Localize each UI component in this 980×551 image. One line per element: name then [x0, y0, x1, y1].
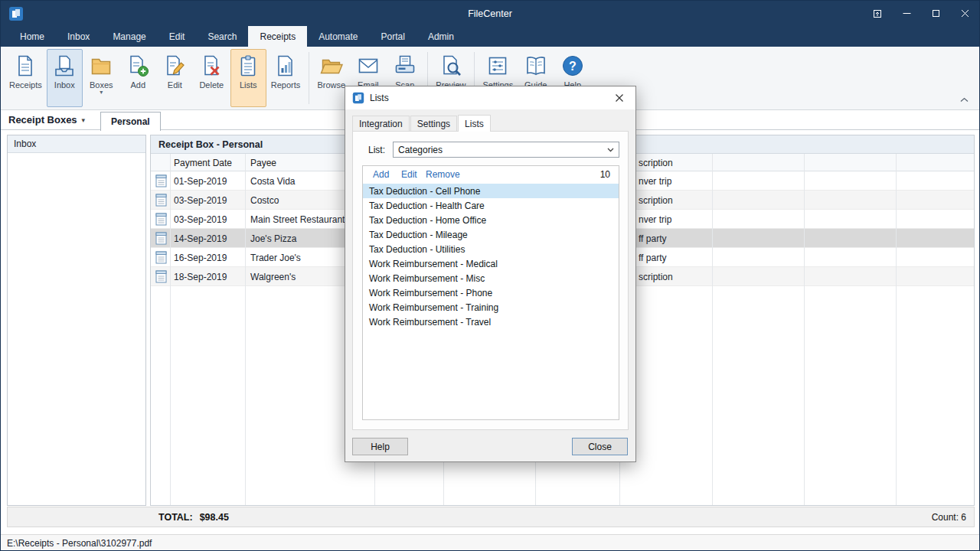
column-header-payment-date[interactable]: Payment Date: [174, 158, 232, 168]
statusbar: E:\Receipts - Personal\3102977.pdf: [1, 534, 979, 551]
cell-description-fragment: scription: [639, 195, 673, 206]
minimize-icon: [903, 9, 911, 18]
list-select-value: Categories: [398, 145, 443, 155]
list-select[interactable]: Categories: [393, 142, 619, 158]
fullscreen-icon: [873, 9, 882, 18]
tab-lists[interactable]: Lists: [458, 115, 491, 132]
menu-admin[interactable]: Admin: [416, 26, 466, 47]
minimize-button[interactable]: [892, 1, 921, 26]
maximize-icon: [932, 9, 940, 18]
category-listbox: Add Edit Remove 10 Tax Deduction - Cell …: [362, 165, 619, 420]
receipt-row-icon: [155, 174, 167, 187]
cell-payee: Walgreen's: [250, 272, 296, 282]
ribbon-button-inbox[interactable]: Inbox: [47, 49, 83, 107]
list-item-selected[interactable]: Tax Deduction - Cell Phone: [363, 184, 619, 198]
cell-description-fragment: scription: [639, 272, 673, 282]
menu-automate[interactable]: Automate: [307, 26, 369, 47]
ribbon-label: Edit: [168, 80, 182, 90]
list-item[interactable]: Work Reimbursement - Travel: [363, 315, 619, 329]
column-header-payee[interactable]: Payee: [250, 158, 276, 168]
cell-payment-date: 16-Sep-2019: [174, 253, 227, 263]
fullscreen-button[interactable]: [863, 1, 892, 26]
cell-payment-date: 01-Sep-2019: [174, 176, 227, 187]
menu-manage[interactable]: Manage: [101, 26, 157, 47]
window-title: FileCenter: [468, 8, 512, 19]
ribbon-button-edit[interactable]: Edit: [157, 49, 193, 107]
tab-integration[interactable]: Integration: [352, 116, 410, 131]
ribbon-button-reports[interactable]: Reports: [267, 49, 305, 107]
close-dialog-button[interactable]: Close: [572, 438, 628, 455]
list-item[interactable]: Work Reimbursement - Misc: [363, 271, 619, 285]
list-item[interactable]: Work Reimbursement - Phone: [363, 285, 619, 300]
ribbon-button-lists[interactable]: Lists: [230, 49, 266, 107]
ribbon-label: Reports: [271, 80, 301, 90]
edit-link[interactable]: Edit: [401, 169, 417, 180]
menu-receipts[interactable]: Receipts: [248, 26, 307, 47]
inbox-panel-header: Inbox: [8, 135, 145, 153]
cell-payee: Costco: [250, 195, 279, 206]
titlebar: FileCenter: [1, 1, 979, 26]
ribbon-label: Browse: [317, 80, 345, 90]
tab-settings[interactable]: Settings: [410, 116, 457, 131]
menu-home[interactable]: Home: [8, 26, 56, 47]
receipt-row-icon: [155, 232, 167, 245]
dropdown-caret-icon: ▾: [100, 90, 103, 95]
tab-personal[interactable]: Personal: [100, 112, 161, 131]
receipt-row-icon: [155, 270, 167, 283]
menu-search[interactable]: Search: [196, 26, 248, 47]
app-window: FileCenter Home Inbox Manage Edit Search…: [0, 0, 980, 551]
maximize-button[interactable]: [921, 1, 950, 26]
ribbon-label: Add: [131, 80, 146, 90]
remove-link[interactable]: Remove: [426, 169, 460, 180]
window-controls: [863, 1, 979, 26]
cell-payment-date: 03-Sep-2019: [174, 195, 227, 206]
item-count: 10: [600, 169, 610, 180]
close-button[interactable]: [950, 1, 979, 26]
dropdown-caret-icon: ▾: [82, 116, 86, 124]
current-file-path: E:\Receipts - Personal\3102977.pdf: [7, 538, 152, 549]
edit-icon: [162, 54, 187, 78]
dialog-title: Lists: [370, 93, 389, 103]
lists-dialog: Lists Integration Settings Lists List: C…: [345, 86, 636, 462]
list-label: List:: [368, 145, 385, 155]
collapse-ribbon-icon: [960, 97, 969, 103]
dialog-close-button[interactable]: [603, 86, 635, 109]
cell-payment-date: 18-Sep-2019: [174, 272, 227, 282]
close-icon: [961, 9, 969, 18]
boxes-icon: [89, 54, 113, 78]
help-button[interactable]: Help: [352, 438, 408, 455]
column-header-description-fragment[interactable]: scription: [639, 158, 673, 168]
ribbon-label: Lists: [240, 80, 257, 90]
menu-inbox[interactable]: Inbox: [56, 26, 101, 47]
collapse-ribbon-button[interactable]: [956, 94, 972, 105]
app-logo-icon: [8, 6, 24, 21]
ribbon-label: Delete: [199, 80, 224, 90]
list-item[interactable]: Tax Deduction - Mileage: [363, 227, 619, 242]
cell-description-fragment: nver trip: [639, 176, 671, 187]
receipts-icon: [13, 54, 38, 78]
inbox-icon: [52, 54, 77, 78]
list-item[interactable]: Tax Deduction - Health Care: [363, 198, 619, 213]
ribbon-button-boxes[interactable]: Boxes ▾: [83, 49, 119, 107]
lists-tab-page: List: Categories Add Edit Remove 10 Tax …: [352, 131, 629, 430]
preview-icon: [439, 54, 463, 78]
svg-text:?: ?: [569, 60, 577, 73]
delete-icon: [199, 54, 224, 78]
add-link[interactable]: Add: [373, 169, 389, 180]
receipt-row-icon: [155, 213, 167, 226]
list-item[interactable]: Tax Deduction - Home Office: [363, 213, 619, 227]
receipt-boxes-dropdown[interactable]: Receipt Boxes ▾: [8, 114, 85, 126]
receipt-row-icon: [155, 194, 167, 207]
ribbon-button-delete[interactable]: Delete: [194, 49, 230, 107]
dialog-logo-icon: [352, 92, 364, 104]
settings-icon: [485, 54, 510, 78]
list-item[interactable]: Tax Deduction - Utilities: [363, 242, 619, 256]
list-item[interactable]: Work Reimbursement - Training: [363, 300, 619, 315]
inbox-panel: Inbox: [7, 135, 146, 506]
ribbon-button-receipts[interactable]: Receipts: [5, 49, 46, 107]
cell-payee: Joe's Pizza: [250, 233, 296, 244]
menu-edit[interactable]: Edit: [158, 26, 197, 47]
menu-portal[interactable]: Portal: [370, 26, 416, 47]
list-item[interactable]: Work Reimbursement - Medical: [363, 256, 619, 271]
ribbon-button-add[interactable]: Add: [120, 49, 156, 107]
